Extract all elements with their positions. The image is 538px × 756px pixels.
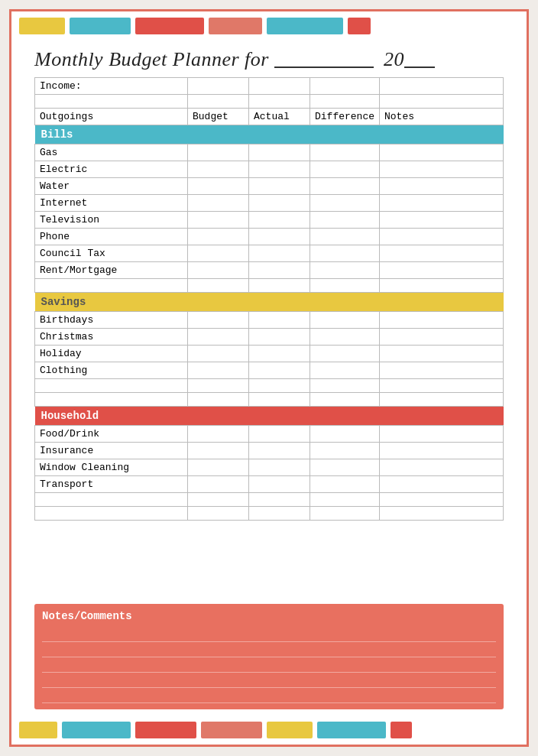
savings-label: Savings <box>35 293 504 312</box>
column-header-row: Outgoings Budget Actual Difference Notes <box>35 109 504 125</box>
spacer-row-6 <box>35 507 504 521</box>
spacer-row-2 <box>35 279 504 293</box>
income-notes[interactable] <box>380 78 504 95</box>
table-row: Food/Drink <box>35 426 504 443</box>
deco-block <box>19 18 65 34</box>
notes-label: Notes/Comments <box>42 610 496 622</box>
item-council-tax: Council Tax <box>35 245 188 262</box>
notes-line[interactable] <box>42 673 496 688</box>
item-gas: Gas <box>35 144 188 161</box>
notes-line[interactable] <box>42 657 496 673</box>
deco-block <box>209 18 262 34</box>
col-header-difference: Difference <box>310 109 380 125</box>
table-row: Holiday <box>35 346 504 362</box>
table-row: Rent/Mortgage <box>35 262 504 279</box>
deco-bar-top <box>11 11 527 41</box>
income-label: Income: <box>35 78 188 95</box>
income-budget[interactable] <box>188 78 249 95</box>
item-rent-mortgage: Rent/Mortgage <box>35 262 188 279</box>
deco-block <box>348 18 371 34</box>
item-electric: Electric <box>35 161 188 178</box>
table-row: Window Cleaning <box>35 459 504 476</box>
item-insurance: Insurance <box>35 443 188 459</box>
item-television: Television <box>35 212 188 229</box>
notes-line[interactable] <box>42 642 496 657</box>
item-christmas: Christmas <box>35 329 188 346</box>
notes-line[interactable] <box>42 627 496 642</box>
notes-lines <box>42 627 496 703</box>
table-row: Water <box>35 178 504 195</box>
table-row: Council Tax <box>35 245 504 262</box>
table-row: Clothing <box>35 362 504 379</box>
page-title: Monthly Budget Planner for 20 <box>11 41 527 77</box>
col-header-notes: Notes <box>380 109 504 125</box>
item-food-drink: Food/Drink <box>35 426 188 443</box>
col-header-outgoings: Outgoings <box>35 109 188 125</box>
item-clothing: Clothing <box>35 362 188 379</box>
deco-block <box>135 18 204 34</box>
deco-block <box>62 722 131 738</box>
item-birthdays: Birthdays <box>35 312 188 329</box>
deco-block <box>201 722 262 738</box>
deco-block <box>19 722 57 738</box>
spacer-row-1 <box>35 95 504 109</box>
notes-section: Notes/Comments <box>34 604 504 709</box>
table-row: Internet <box>35 195 504 212</box>
table-row: Gas <box>35 144 504 161</box>
household-header-row: Household <box>35 407 504 426</box>
deco-block <box>135 722 196 738</box>
deco-block <box>267 722 313 738</box>
title-text: Monthly Budget Planner for <box>34 48 269 70</box>
savings-header-row: Savings <box>35 293 504 312</box>
item-water: Water <box>35 178 188 195</box>
item-holiday: Holiday <box>35 346 188 362</box>
title-year-underline <box>404 67 435 68</box>
table-row: Transport <box>35 476 504 493</box>
col-header-actual: Actual <box>249 109 310 125</box>
table-row: Television <box>35 212 504 229</box>
deco-block <box>70 18 131 34</box>
item-internet: Internet <box>35 195 188 212</box>
notes-line[interactable] <box>42 688 496 703</box>
spacer-row-4 <box>35 393 504 407</box>
spacer-row-3 <box>35 379 504 393</box>
table-area: Income: Outgoings Budget Actual Differen… <box>11 77 527 599</box>
item-window-cleaning: Window Cleaning <box>35 459 188 476</box>
table-row: Electric <box>35 161 504 178</box>
income-diff[interactable] <box>310 78 380 95</box>
deco-bar-bottom <box>11 715 527 745</box>
title-year-text: 20 <box>384 48 404 70</box>
table-row: Insurance <box>35 443 504 459</box>
income-row: Income: <box>35 78 504 95</box>
deco-block <box>317 722 386 738</box>
col-header-budget: Budget <box>188 109 249 125</box>
item-transport: Transport <box>35 476 188 493</box>
income-actual[interactable] <box>249 78 310 95</box>
budget-table: Income: Outgoings Budget Actual Differen… <box>34 77 504 521</box>
bills-header-row: Bills <box>35 125 504 144</box>
table-row: Christmas <box>35 329 504 346</box>
page: Monthly Budget Planner for 20 Income: Ou… <box>9 9 529 747</box>
bills-label: Bills <box>35 125 504 144</box>
spacer-row-5 <box>35 493 504 507</box>
item-phone: Phone <box>35 229 188 245</box>
table-row: Phone <box>35 229 504 245</box>
title-underline <box>274 67 374 68</box>
household-label: Household <box>35 407 504 426</box>
table-row: Birthdays <box>35 312 504 329</box>
deco-block <box>267 18 343 34</box>
deco-block <box>391 722 412 738</box>
